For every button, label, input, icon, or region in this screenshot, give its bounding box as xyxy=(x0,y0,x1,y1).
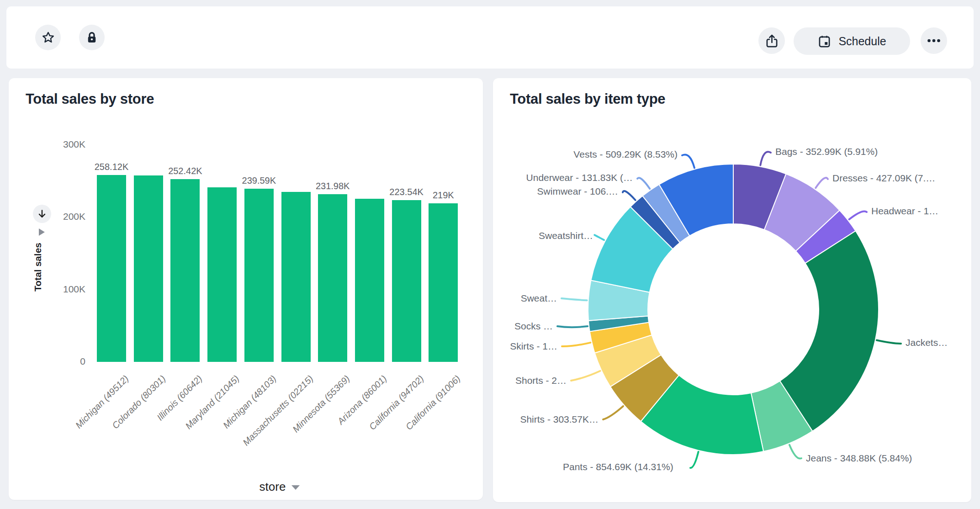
donut-slice-label: Shirts - 303.57K… xyxy=(520,413,599,426)
favorite-button[interactable] xyxy=(35,25,61,50)
y-axis-tick-label: 300K xyxy=(35,139,85,150)
lock-button[interactable] xyxy=(79,25,105,50)
bar[interactable] xyxy=(355,199,384,362)
bar-chart-card: Total sales by store Total sales 300K200… xyxy=(9,78,483,500)
bar-value-label: 239.59K xyxy=(227,175,291,186)
donut-labels: Bags - 352.99K (5.91%)Dresses - 427.09K … xyxy=(493,78,971,502)
bar[interactable] xyxy=(392,200,421,362)
y-axis-tick-label: 200K xyxy=(35,211,85,222)
donut-slice-label: Socks … xyxy=(514,320,553,333)
toolbar: Schedule xyxy=(6,6,974,69)
share-button[interactable] xyxy=(758,27,785,54)
donut-slice-label: Pants - 854.69K (14.31%) xyxy=(563,461,673,473)
dashboard-page: { "toolbar": { "schedule_label": "Schedu… xyxy=(0,0,980,509)
donut-slice-label: Skirts - 1… xyxy=(510,340,557,353)
bar[interactable] xyxy=(281,192,311,362)
bar-chart-plot: 300K200K100K0258.12KMichigan (49512)Colo… xyxy=(9,78,483,500)
share-icon xyxy=(764,33,779,48)
x-axis-field-label: store xyxy=(260,480,286,494)
donut-slice-label: Sweat… xyxy=(521,292,557,305)
donut-slice-label: Bags - 352.99K (5.91%) xyxy=(775,145,878,158)
y-axis-tick-label: 100K xyxy=(35,284,85,295)
bar-value-label: 252.42K xyxy=(153,166,217,176)
more-icon xyxy=(926,32,942,49)
donut-slice-label: Dresses - 427.09K (7.… xyxy=(832,172,935,185)
donut-slice-label: Headwear - 1… xyxy=(871,205,938,217)
donut-slice-label: Underwear - 131.83K (… xyxy=(526,171,633,184)
star-icon xyxy=(41,31,55,45)
bar-value-label: 219K xyxy=(411,190,475,201)
y-axis-tick-label: 0 xyxy=(35,356,85,367)
chevron-down-icon xyxy=(291,485,300,490)
calendar-icon xyxy=(817,34,832,48)
bar-value-label: 258.12K xyxy=(79,162,143,172)
donut-slice-label: Sweatshirt… xyxy=(539,229,593,242)
more-button[interactable] xyxy=(921,27,947,54)
bar[interactable] xyxy=(134,175,163,362)
donut-slice-label: Swimwear - 106.… xyxy=(537,185,618,198)
donut-slice-label: Jeans - 348.88K (5.84%) xyxy=(806,452,912,465)
donut-slice-label: Vests - 509.29K (8.53%) xyxy=(573,148,678,161)
bar[interactable] xyxy=(318,194,347,362)
donut-slice-label: Jackets… xyxy=(906,336,948,349)
donut-slice-label: Shorts - 2… xyxy=(515,374,567,387)
lock-icon xyxy=(85,31,99,44)
bar[interactable] xyxy=(244,189,274,362)
x-axis-field-button[interactable]: store xyxy=(211,478,348,495)
schedule-button[interactable]: Schedule xyxy=(794,27,910,55)
donut-chart-card: Total sales by item type Bags - 352.99K … xyxy=(493,78,971,502)
schedule-button-label: Schedule xyxy=(838,35,886,48)
bar[interactable] xyxy=(170,179,200,362)
bar[interactable] xyxy=(207,187,237,362)
bar-value-label: 231.98K xyxy=(301,181,365,191)
bar[interactable] xyxy=(429,203,458,362)
bar[interactable] xyxy=(97,175,126,362)
